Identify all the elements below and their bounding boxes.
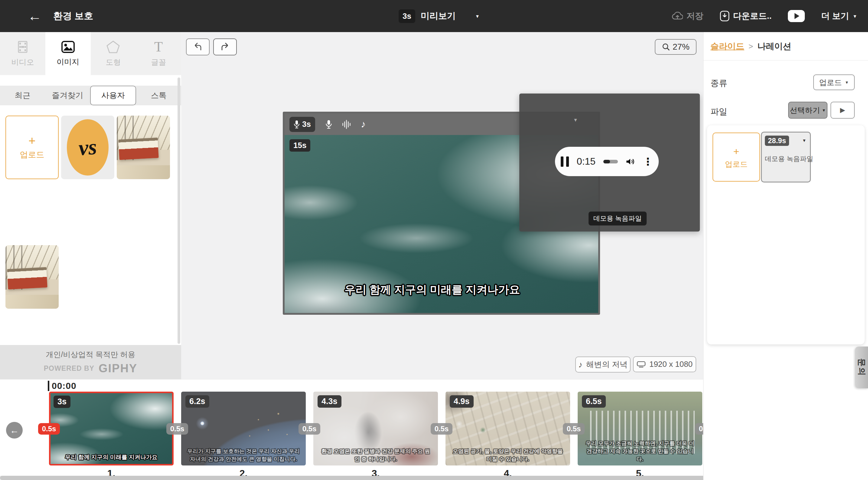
audio-upload-button[interactable]: + 업로드: [713, 132, 760, 182]
breadcrumb-slide-link[interactable]: 슬라이드: [710, 40, 744, 52]
audio-progress-bar[interactable]: [603, 160, 618, 163]
volume-icon[interactable]: [626, 157, 635, 166]
vs-label: vs: [78, 134, 98, 161]
image-grid: + 업로드 vs: [0, 116, 181, 249]
timeline-prev-button[interactable]: ←: [6, 422, 23, 439]
undo-button[interactable]: [186, 38, 210, 55]
panel-divider: [704, 60, 868, 61]
audio-player-pill: 0:15 ⋮: [555, 147, 659, 176]
tab-image-label: 이미지: [57, 57, 79, 67]
narration-type-dropdown[interactable]: 업로드 ▼: [813, 74, 855, 90]
play-icon: ▶: [840, 106, 845, 114]
subtab-stock[interactable]: 스톡: [136, 86, 181, 105]
redo-icon: [220, 42, 230, 52]
slide-5-subtitle: 우리 모두가 조금씩 노력하면, 지구를 더욱 더 건강하고 지속 가능한 곳으…: [578, 440, 702, 463]
chevron-down-icon[interactable]: ▼: [802, 138, 806, 143]
pause-button[interactable]: [561, 156, 569, 167]
narration-duration-chip[interactable]: 3s: [289, 117, 315, 132]
timeline-slide-1[interactable]: 우리 함께 지구의 미래를 지켜나가요 3s: [49, 392, 174, 466]
timeline-slide-5[interactable]: 우리 모두가 조금씩 노력하면, 지구를 더욱 더 건강하고 지속 가능한 곳으…: [578, 392, 702, 466]
tab-font[interactable]: T 글꼴: [136, 32, 181, 75]
tab-shape-label: 도형: [105, 57, 121, 67]
subtab-recent-label: 최근: [14, 90, 30, 101]
asset-type-tabs: 비디오 이미지 도형 T 글꼴: [0, 32, 181, 75]
timeline-slide-4[interactable]: 오염된 공기, 물, 토양은 우리 건강에 악영향을 미칠 수 있습니다. 4.…: [445, 392, 570, 466]
image-upload-button[interactable]: + 업로드: [5, 116, 59, 179]
chevron-right-icon: >: [748, 42, 753, 51]
top-bar: ← 환경 보호 3s 미리보기 ▼ 저장 다운로드.. 더 보기: [0, 0, 868, 32]
breadcrumb-current: 나레이션: [757, 40, 791, 52]
audio-file-item[interactable]: 28.9s ▼ 데모용 녹음파일: [761, 132, 811, 182]
preview-dropdown[interactable]: 3s 미리보기 ▼: [399, 0, 480, 32]
giphy-notice: 개인/비상업적 목적만 허용: [46, 350, 135, 360]
image-icon: [61, 40, 75, 53]
slide-1-subtitle: 우리 함께 지구의 미래를 지켜나가요: [51, 453, 172, 461]
sidebar-scrollbar[interactable]: [178, 78, 180, 344]
upload-label: 업로드: [725, 159, 748, 169]
image-thumbnail-train[interactable]: [5, 245, 59, 309]
more-menu-button[interactable]: 더 보기 ▼: [821, 10, 857, 22]
tab-image[interactable]: 이미지: [45, 32, 91, 75]
tab-video-label: 비디오: [11, 57, 34, 67]
monitor-icon: [637, 361, 646, 368]
audio-file-name: 데모용 녹음파일: [765, 154, 813, 163]
magnifier-icon: [662, 43, 670, 51]
transition-badge-2[interactable]: 0.5s: [299, 423, 320, 434]
file-picker-card: + 업로드 28.9s ▼ 데모용 녹음파일: [707, 125, 865, 344]
playhead-time: 00:00: [52, 381, 76, 391]
file-play-button[interactable]: ▶: [831, 102, 855, 119]
transition-badge-3[interactable]: 0.5s: [431, 423, 453, 434]
transition-badge-lead[interactable]: 0.5s: [38, 423, 60, 434]
youtube-button[interactable]: [788, 10, 805, 22]
train-body: [7, 267, 48, 289]
film-icon: [16, 40, 29, 54]
image-thumbnail-train[interactable]: [117, 116, 170, 179]
transition-badge-4[interactable]: 0.5s: [563, 423, 585, 434]
train-platform: [117, 165, 170, 179]
tab-video[interactable]: 비디오: [0, 32, 45, 75]
narration-audio-popup: 0:15 ⋮ 데모용 녹음파일: [519, 93, 700, 232]
clip-duration-badge: 15s: [289, 139, 310, 152]
kebab-menu-icon[interactable]: ⋮: [643, 157, 653, 166]
save-button[interactable]: 저장: [672, 10, 704, 22]
music-note-icon[interactable]: ♪: [361, 119, 366, 130]
waveform-icon[interactable]: [342, 120, 350, 129]
preview-label: 미리보기: [421, 10, 456, 22]
download-label: 다운로드..: [733, 10, 772, 22]
cloud-upload-icon: [672, 12, 683, 20]
train-body: [118, 138, 159, 160]
transition-badge-1[interactable]: 0.5s: [166, 423, 188, 434]
download-button[interactable]: 다운로드..: [720, 10, 772, 22]
subtab-user[interactable]: 사용자: [90, 86, 136, 105]
redo-button[interactable]: [213, 38, 237, 55]
subtab-favorites[interactable]: 즐겨찾기: [45, 86, 90, 105]
tab-shape[interactable]: 도형: [91, 32, 136, 75]
file-select-label: 선택하기: [790, 105, 820, 115]
slide-2-duration-badge: 6.2s: [185, 395, 209, 408]
resolution-button[interactable]: 1920 x 1080: [633, 356, 696, 372]
more-label: 더 보기: [821, 10, 849, 22]
narration-duration: 3s: [302, 120, 311, 129]
upload-label: 업로드: [20, 149, 44, 160]
subtab-stock-label: 스톡: [151, 90, 167, 101]
chevron-down-icon: ▼: [822, 108, 826, 113]
contact-tab[interactable]: 문의: [855, 347, 868, 388]
music-title: 해변의 저녁: [586, 359, 627, 370]
type-value: 업로드: [819, 78, 842, 87]
subtab-recent[interactable]: 최근: [0, 86, 45, 105]
audio-duration-badge: 28.9s: [765, 136, 789, 146]
toolbar-chevron-down-icon[interactable]: ▼: [573, 117, 578, 123]
back-button[interactable]: ←: [28, 0, 42, 32]
mic-icon[interactable]: [326, 120, 332, 129]
background-music-button[interactable]: ♪ 해변의 저녁: [575, 357, 630, 372]
arrow-left-icon: ←: [10, 425, 19, 436]
contact-label: 문의: [856, 358, 867, 377]
timeline-slide-3[interactable]: 환경 오염은 또한 질병과 건강 문제의 주요 원인 중 하나입니다. 4.3s: [313, 392, 438, 466]
timeline-slide-2[interactable]: 우리가 지구를 보호하는 것은 우리 자신과 우리 자녀의 건강과 안전에도 큰…: [181, 392, 306, 466]
file-select-dropdown[interactable]: 선택하기 ▼: [788, 102, 828, 119]
chevron-down-icon: ▼: [845, 80, 849, 85]
image-thumbnail-vs[interactable]: vs: [61, 116, 114, 179]
train-platform: [5, 295, 59, 309]
editor-canvas: 27% 3s ♪ 15s 우리 함께 지구의 미래를 지켜나가요 ▼: [181, 32, 703, 379]
zoom-level-button[interactable]: 27%: [655, 39, 696, 55]
